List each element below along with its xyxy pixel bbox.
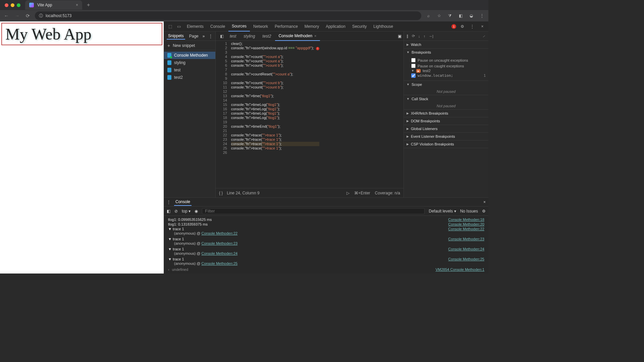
cursor-position: Line 24, Column 9 xyxy=(227,191,259,195)
xhr-breakpoints-section[interactable]: ▶XHR/fetch Breakpoints xyxy=(404,110,488,117)
sidepanel-icon[interactable]: ◧ xyxy=(457,13,464,18)
pause-caught-checkbox[interactable]: Pause on caught exceptions xyxy=(411,63,486,69)
address-bar[interactable]: ⓘ localhost:5173 xyxy=(35,11,421,20)
breakpoint-line[interactable]: window.location; 1 xyxy=(411,73,486,78)
error-indicator[interactable]: 1 xyxy=(451,24,456,29)
clear-console-icon[interactable]: ⊘ xyxy=(174,209,178,214)
scope-section[interactable]: ▼Scope xyxy=(404,81,488,88)
profile-icon[interactable]: ◒ xyxy=(468,13,475,18)
close-devtools-icon[interactable]: × xyxy=(478,24,486,29)
run-icon[interactable]: ▷ xyxy=(346,191,350,195)
step-over-button[interactable]: →| xyxy=(429,34,433,38)
log-levels-selector[interactable]: Default levels ▾ xyxy=(429,209,456,214)
breakpoint-file[interactable]: ▼▸test2 xyxy=(411,69,486,73)
menu-icon[interactable]: ⋮ xyxy=(478,13,486,18)
page-heading: My Web App xyxy=(5,25,158,43)
console-sidebar-icon[interactable]: ◧ xyxy=(167,209,170,214)
devtools-tab-lighthouse[interactable]: Lighthouse xyxy=(370,21,396,32)
snippet-item[interactable]: styling xyxy=(164,59,215,66)
step-into-button[interactable]: ↓ xyxy=(418,34,420,38)
source-link[interactable]: VM2854 Console Methoden:1 xyxy=(435,267,484,272)
new-snippet-button[interactable]: + New snippet xyxy=(164,41,215,50)
close-tab-icon[interactable]: × xyxy=(76,3,78,7)
editor-tab[interactable]: Console Methoden × xyxy=(275,32,320,41)
zoom-icon[interactable]: ⌕ xyxy=(425,13,432,18)
watch-section[interactable]: ▶Watch xyxy=(404,41,488,48)
devtools-tab-sources[interactable]: Sources xyxy=(228,21,250,32)
source-link[interactable]: Console Methoden:24 xyxy=(448,247,484,251)
snippet-item[interactable]: test2 xyxy=(164,74,215,81)
error-count-badge: 1 xyxy=(451,24,456,29)
dom-breakpoints-section[interactable]: ▶DOM Breakpoints xyxy=(404,117,488,125)
global-listeners-section[interactable]: ▶Global Listeners xyxy=(404,125,488,132)
inspect-icon[interactable]: ⬚ xyxy=(166,24,174,29)
editor-tab[interactable]: styling xyxy=(240,32,258,41)
extensions-icon[interactable]: ⧩ xyxy=(446,13,453,18)
close-window-icon[interactable] xyxy=(5,3,8,7)
source-link[interactable]: Console Methoden:22 xyxy=(448,227,484,231)
devtools-tab-console[interactable]: Console xyxy=(207,21,228,32)
new-tab-button[interactable]: + xyxy=(85,2,92,8)
console-filter-input[interactable] xyxy=(202,208,425,214)
source-link[interactable]: Console Methoden:18 xyxy=(448,218,484,222)
snippets-tab[interactable]: Snippets xyxy=(167,33,185,40)
back-button[interactable]: ← xyxy=(3,13,10,18)
coverage-icon[interactable]: ▣ xyxy=(398,34,401,39)
toggle-sidebar-icon[interactable]: ◧ xyxy=(218,34,226,39)
stack-link[interactable]: Console Methoden:22 xyxy=(201,231,237,235)
editor-tab[interactable]: test2 xyxy=(259,32,274,41)
console-log-row: tlog1: 0.099853515625 msConsole Methoden… xyxy=(164,217,488,222)
stack-link[interactable]: Console Methoden:24 xyxy=(201,251,237,255)
source-link[interactable]: Console Methoden:20 xyxy=(448,222,484,226)
source-link[interactable]: Console Methoden:25 xyxy=(448,257,484,261)
resume-button[interactable]: ⟳ xyxy=(412,34,415,38)
console-settings-icon[interactable]: ⚙ xyxy=(482,209,486,214)
reload-button[interactable]: ⟳ xyxy=(24,13,32,18)
breakpoints-section[interactable]: ▼Breakpoints xyxy=(404,49,488,56)
pause-button[interactable]: ‖ xyxy=(407,34,409,38)
live-expression-icon[interactable]: ◉ xyxy=(195,209,198,214)
browser-tab[interactable]: Vite App × xyxy=(25,0,82,10)
maximize-window-icon[interactable] xyxy=(17,3,20,7)
editor-tab[interactable]: test xyxy=(226,32,239,41)
source-link[interactable]: Console Methoden:23 xyxy=(448,237,484,241)
code-editor[interactable]: 1234567891011121314151617181920212223242… xyxy=(216,41,404,188)
drawer-kebab-icon[interactable]: ⋮ xyxy=(167,200,171,204)
stack-link[interactable]: Console Methoden:25 xyxy=(201,261,237,265)
snippet-item[interactable]: Console Methoden xyxy=(164,52,215,59)
devtools-tab-elements[interactable]: Elements xyxy=(183,21,207,32)
forward-button[interactable]: → xyxy=(13,13,21,18)
pretty-print-icon[interactable]: { } xyxy=(219,191,223,195)
debugger-sidebar: ‖ ⟳ ↓ ↑ →| ⟋ ▶Watch ▼Breakpoints Pause o… xyxy=(404,32,488,197)
device-icon[interactable]: ▭ xyxy=(175,24,183,29)
close-drawer-icon[interactable]: × xyxy=(483,200,486,204)
devtools-tabs: ⬚ ▭ ElementsConsoleSourcesNetworkPerform… xyxy=(164,21,488,32)
csp-breakpoints-section[interactable]: ▶CSP Violation Breakpoints xyxy=(404,140,488,148)
event-breakpoints-section[interactable]: ▶Event Listener Breakpoints xyxy=(404,133,488,140)
minimize-window-icon[interactable] xyxy=(11,3,14,7)
site-info-icon[interactable]: ⓘ xyxy=(39,13,43,19)
close-editor-tab-icon[interactable]: × xyxy=(314,34,316,38)
context-selector[interactable]: top ▾ xyxy=(182,209,191,214)
page-tab[interactable]: Page xyxy=(188,33,200,39)
callstack-section[interactable]: ▼Call Stack xyxy=(404,95,488,103)
stack-frame: (anonymous) @ Console Methoden:22 xyxy=(164,231,488,237)
devtools-tab-performance[interactable]: Performance xyxy=(271,21,301,32)
stack-link[interactable]: Console Methoden:23 xyxy=(201,241,237,245)
bookmark-icon[interactable]: ☆ xyxy=(435,13,443,18)
pause-uncaught-checkbox[interactable]: Pause on uncaught exceptions xyxy=(411,57,486,63)
devtools-tab-application[interactable]: Application xyxy=(322,21,349,32)
snippet-item[interactable]: test xyxy=(164,66,215,74)
more-tabs-icon[interactable]: » xyxy=(203,34,205,39)
settings-icon[interactable]: ⚙ xyxy=(458,24,466,29)
devtools-tab-memory[interactable]: Memory xyxy=(301,21,322,32)
issues-label[interactable]: No Issues xyxy=(460,209,478,214)
deactivate-breakpoints-button[interactable]: ⟋ xyxy=(482,34,486,38)
devtools-tab-network[interactable]: Network xyxy=(250,21,271,32)
kebab-icon[interactable]: ⋮ xyxy=(468,24,476,29)
favicon-icon xyxy=(29,3,34,7)
step-out-button[interactable]: ↑ xyxy=(424,34,426,38)
devtools-tab-security[interactable]: Security xyxy=(349,21,370,32)
sidebar-kebab-icon[interactable]: ⋮ xyxy=(209,34,213,39)
console-drawer-tab[interactable]: Console xyxy=(174,198,192,206)
